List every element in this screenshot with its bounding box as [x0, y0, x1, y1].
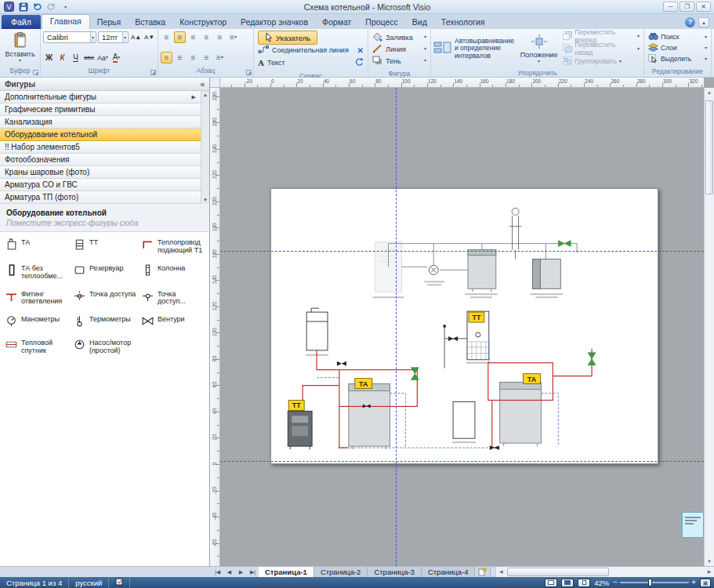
page-tab-Страница-3[interactable]: Страница-3 [368, 567, 422, 577]
stencil-item-Резервуар[interactable]: Резервуар [71, 263, 138, 281]
insert-page-button[interactable] [475, 567, 491, 577]
line-button[interactable]: Линия ▾ [371, 43, 428, 55]
align-middle-button[interactable]: ≡ [174, 52, 186, 64]
label-tt-left[interactable]: ТТ [288, 400, 304, 410]
paste-button[interactable]: Вставить ▾ [2, 31, 38, 64]
valve-green-top[interactable] [558, 241, 571, 247]
stencil-item-Вентури[interactable]: Вентури [140, 314, 206, 330]
tab-Файл[interactable]: Файл [2, 15, 41, 29]
strikethrough-button[interactable]: abc [83, 52, 95, 64]
valve-black[interactable] [337, 361, 346, 366]
text-block-icon[interactable] [354, 57, 364, 68]
bullets-button[interactable]: ≡ [161, 31, 172, 43]
section-!! Набор элементов5[interactable]: !! Набор элементов5 [0, 141, 201, 154]
label-ta-left[interactable]: ТА [355, 379, 372, 389]
grow-font-button[interactable]: А▲ [130, 31, 142, 43]
section-Канализация[interactable]: Канализация [0, 116, 201, 129]
vertical-scrollbar-thumb[interactable] [705, 100, 713, 194]
horizontal-scrollbar[interactable]: ◀ ▶ [495, 567, 714, 577]
line-spacing-button[interactable]: ≡▾ [227, 31, 239, 43]
first-page-icon[interactable]: |◀ [212, 567, 223, 577]
stencil-item-Манометры[interactable]: Манометры [3, 314, 70, 330]
stencil-item-ТА[interactable]: ТА [3, 237, 70, 256]
text-direction-button[interactable]: ≡ [201, 52, 212, 64]
tab-Вставка[interactable]: Вставка [128, 16, 172, 29]
increase-indent-button[interactable]: ≡ [214, 31, 226, 43]
zoom-in-icon[interactable]: + [691, 579, 696, 586]
page-tab-Страница-1[interactable]: Страница-1 [259, 567, 314, 577]
zoom-slider-thumb[interactable] [648, 579, 652, 586]
font-family-select[interactable]: Calibri▾ [43, 31, 96, 43]
zoom-slider[interactable]: − + [613, 579, 696, 586]
presentation-view-button[interactable] [578, 579, 590, 587]
tab-Технология[interactable]: Технология [434, 16, 492, 29]
scroll-down-icon[interactable]: ▼ [203, 196, 208, 204]
language-indicator[interactable]: русский [69, 578, 109, 588]
stencil-item-Теплопровод подающий Т1[interactable]: Теплопровод подающий Т1 [140, 237, 206, 256]
tab-Вид[interactable]: Вид [405, 16, 434, 29]
fill-button[interactable]: Заливка ▾ [371, 31, 428, 43]
stencil-item-Насос/мотор (простой)[interactable]: Насос/мотор (простой) [71, 337, 138, 356]
label-tt-right[interactable]: ТТ [469, 312, 484, 322]
underline-button[interactable]: Ч [70, 52, 82, 64]
floating-note[interactable] [682, 512, 704, 538]
scroll-up-icon[interactable]: ▲ [203, 91, 208, 99]
connection-point-icon[interactable]: ✕ [357, 46, 364, 55]
tab-Процесс[interactable]: Процесс [358, 16, 404, 29]
tab-Главная[interactable]: Главная [42, 14, 90, 29]
stencil-item-ТТ[interactable]: ТТ [71, 237, 138, 256]
find-button[interactable]: Поиск ▾ [647, 31, 709, 42]
shadow-button[interactable]: Тень ▾ [371, 55, 428, 67]
normal-view-button[interactable] [545, 579, 557, 587]
minimize-button[interactable]: ─ [663, 2, 678, 12]
drawing-area[interactable]: ТТ ТА [220, 88, 704, 566]
align-top-button[interactable]: ≡ [161, 52, 172, 64]
stencil-item-ТА без теплообме...[interactable]: ТА без теплообме... [3, 263, 70, 281]
scroll-right-icon[interactable]: ▶ [705, 567, 714, 577]
minimize-ribbon-icon[interactable]: ▴ [698, 17, 709, 27]
app-icon[interactable]: V [3, 2, 15, 13]
section-Фотообозначения[interactable]: Фотообозначения [0, 154, 201, 166]
redo-icon[interactable] [45, 2, 57, 13]
font-dialog-launcher-icon[interactable] [150, 70, 156, 75]
horizontal-ruler[interactable]: -200204060801001201401601802002202402602… [220, 78, 704, 88]
scroll-down-icon[interactable]: ▼ [705, 557, 714, 566]
bring-forward-button[interactable]: Переместить вперед ▾ [561, 31, 641, 42]
section-Арматура ТП (фото)[interactable]: Арматура ТП (фото) [0, 191, 201, 204]
vertical-ruler[interactable]: -60-40-200204060801001201401601802002202… [210, 88, 220, 566]
top-assembly-group[interactable] [373, 208, 578, 298]
macro-icon[interactable] [109, 578, 130, 588]
position-button[interactable]: Положение ▾ [520, 31, 558, 67]
section-Дополнительные фигуры[interactable]: Дополнительные фигуры▶ [0, 91, 201, 103]
drawing-page[interactable]: ТТ ТА [270, 188, 658, 464]
section-Оборудование котельной[interactable]: Оборудование котельной [0, 129, 201, 141]
tab-Конструктор[interactable]: Конструктор [172, 16, 234, 29]
qat-customize-icon[interactable]: ▾ [60, 2, 71, 13]
guide-horizontal[interactable] [220, 461, 704, 462]
group-button[interactable]: Группировать ▾ [561, 56, 641, 67]
boiler-diagram[interactable]: ТТ ТА [271, 189, 658, 463]
valve-black[interactable] [490, 445, 499, 450]
guide-horizontal[interactable] [220, 251, 704, 252]
auto-align-button[interactable]: Автовыравнивание и определение интервало… [433, 31, 516, 67]
font-size-select[interactable]: 12пт▾ [98, 31, 129, 43]
page-tab-Страница-4[interactable]: Страница-4 [422, 567, 476, 577]
restore-button[interactable]: ❐ [680, 2, 694, 12]
stencil-item-Точка доступа[interactable]: Точка доступа [71, 289, 138, 307]
align-center-button[interactable]: ≡ [174, 31, 186, 43]
decrease-indent-button[interactable]: ≡ [201, 31, 212, 43]
stencil-item-Термометры[interactable]: Термометры [71, 314, 138, 330]
section-Арматура СО и ГВС[interactable]: Арматура СО и ГВС [0, 179, 201, 191]
valve-green-right[interactable] [588, 353, 596, 365]
align-right-button[interactable]: ≡ [187, 31, 199, 43]
zoom-out-icon[interactable]: − [613, 579, 618, 586]
italic-button[interactable]: К [56, 52, 68, 64]
close-button[interactable]: ✕ [696, 2, 711, 12]
prev-page-icon[interactable]: ◀ [223, 567, 235, 577]
select-button[interactable]: Выделить ▾ [647, 53, 709, 64]
pointer-tool-button[interactable]: Указатель [258, 31, 317, 45]
fullscreen-view-button[interactable] [561, 579, 574, 587]
help-icon[interactable]: ? [685, 17, 695, 27]
shrink-font-button[interactable]: А▼ [143, 31, 155, 43]
clipboard-dialog-launcher-icon[interactable] [33, 70, 38, 75]
